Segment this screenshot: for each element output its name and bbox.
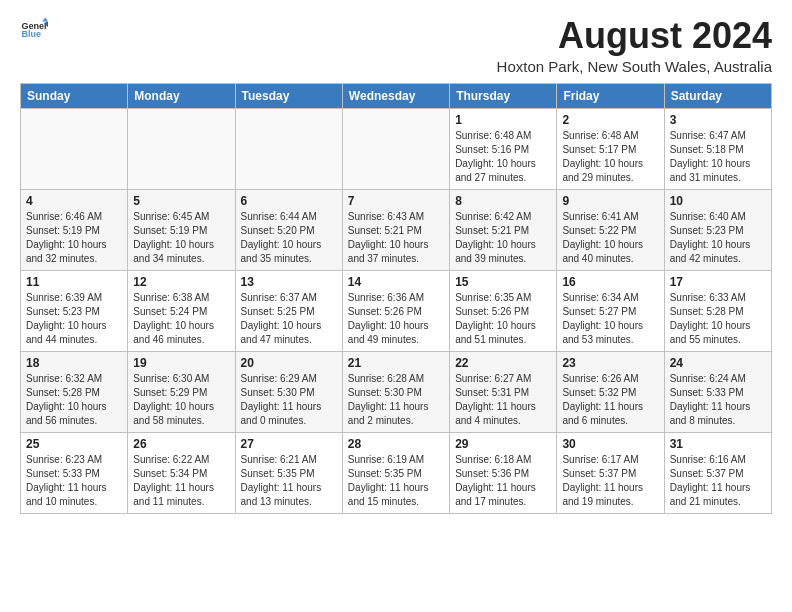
calendar-cell: 17Sunrise: 6:33 AMSunset: 5:28 PMDayligh…	[664, 270, 771, 351]
calendar-cell	[128, 108, 235, 189]
page-header: General Blue August 2024 Hoxton Park, Ne…	[20, 16, 772, 75]
day-info: Sunrise: 6:33 AMSunset: 5:28 PMDaylight:…	[670, 291, 766, 347]
day-number: 3	[670, 113, 766, 127]
day-info: Sunrise: 6:18 AMSunset: 5:36 PMDaylight:…	[455, 453, 551, 509]
calendar-cell: 15Sunrise: 6:35 AMSunset: 5:26 PMDayligh…	[450, 270, 557, 351]
calendar-cell: 26Sunrise: 6:22 AMSunset: 5:34 PMDayligh…	[128, 432, 235, 513]
day-number: 8	[455, 194, 551, 208]
day-info: Sunrise: 6:48 AMSunset: 5:17 PMDaylight:…	[562, 129, 658, 185]
day-info: Sunrise: 6:16 AMSunset: 5:37 PMDaylight:…	[670, 453, 766, 509]
day-info: Sunrise: 6:28 AMSunset: 5:30 PMDaylight:…	[348, 372, 444, 428]
calendar-cell: 2Sunrise: 6:48 AMSunset: 5:17 PMDaylight…	[557, 108, 664, 189]
calendar-week-row: 1Sunrise: 6:48 AMSunset: 5:16 PMDaylight…	[21, 108, 772, 189]
calendar-header-saturday: Saturday	[664, 83, 771, 108]
day-info: Sunrise: 6:44 AMSunset: 5:20 PMDaylight:…	[241, 210, 337, 266]
day-info: Sunrise: 6:30 AMSunset: 5:29 PMDaylight:…	[133, 372, 229, 428]
calendar-cell: 23Sunrise: 6:26 AMSunset: 5:32 PMDayligh…	[557, 351, 664, 432]
day-info: Sunrise: 6:47 AMSunset: 5:18 PMDaylight:…	[670, 129, 766, 185]
calendar-cell	[21, 108, 128, 189]
svg-marker-2	[42, 17, 48, 21]
day-info: Sunrise: 6:42 AMSunset: 5:21 PMDaylight:…	[455, 210, 551, 266]
day-number: 7	[348, 194, 444, 208]
day-info: Sunrise: 6:35 AMSunset: 5:26 PMDaylight:…	[455, 291, 551, 347]
day-number: 12	[133, 275, 229, 289]
calendar-cell: 7Sunrise: 6:43 AMSunset: 5:21 PMDaylight…	[342, 189, 449, 270]
day-info: Sunrise: 6:46 AMSunset: 5:19 PMDaylight:…	[26, 210, 122, 266]
calendar-cell: 28Sunrise: 6:19 AMSunset: 5:35 PMDayligh…	[342, 432, 449, 513]
location-subtitle: Hoxton Park, New South Wales, Australia	[497, 58, 772, 75]
calendar-week-row: 25Sunrise: 6:23 AMSunset: 5:33 PMDayligh…	[21, 432, 772, 513]
day-number: 5	[133, 194, 229, 208]
calendar-cell: 18Sunrise: 6:32 AMSunset: 5:28 PMDayligh…	[21, 351, 128, 432]
calendar-cell: 24Sunrise: 6:24 AMSunset: 5:33 PMDayligh…	[664, 351, 771, 432]
day-number: 27	[241, 437, 337, 451]
day-number: 6	[241, 194, 337, 208]
day-number: 26	[133, 437, 229, 451]
day-info: Sunrise: 6:23 AMSunset: 5:33 PMDaylight:…	[26, 453, 122, 509]
day-number: 1	[455, 113, 551, 127]
day-info: Sunrise: 6:21 AMSunset: 5:35 PMDaylight:…	[241, 453, 337, 509]
calendar-cell: 12Sunrise: 6:38 AMSunset: 5:24 PMDayligh…	[128, 270, 235, 351]
calendar-cell: 16Sunrise: 6:34 AMSunset: 5:27 PMDayligh…	[557, 270, 664, 351]
day-info: Sunrise: 6:27 AMSunset: 5:31 PMDaylight:…	[455, 372, 551, 428]
day-info: Sunrise: 6:40 AMSunset: 5:23 PMDaylight:…	[670, 210, 766, 266]
calendar-cell: 25Sunrise: 6:23 AMSunset: 5:33 PMDayligh…	[21, 432, 128, 513]
day-info: Sunrise: 6:32 AMSunset: 5:28 PMDaylight:…	[26, 372, 122, 428]
logo: General Blue	[20, 16, 48, 44]
day-info: Sunrise: 6:26 AMSunset: 5:32 PMDaylight:…	[562, 372, 658, 428]
day-number: 2	[562, 113, 658, 127]
day-number: 21	[348, 356, 444, 370]
calendar-cell: 22Sunrise: 6:27 AMSunset: 5:31 PMDayligh…	[450, 351, 557, 432]
month-year-title: August 2024	[497, 16, 772, 56]
calendar-week-row: 11Sunrise: 6:39 AMSunset: 5:23 PMDayligh…	[21, 270, 772, 351]
day-info: Sunrise: 6:48 AMSunset: 5:16 PMDaylight:…	[455, 129, 551, 185]
calendar-table: SundayMondayTuesdayWednesdayThursdayFrid…	[20, 83, 772, 514]
calendar-cell: 6Sunrise: 6:44 AMSunset: 5:20 PMDaylight…	[235, 189, 342, 270]
day-info: Sunrise: 6:39 AMSunset: 5:23 PMDaylight:…	[26, 291, 122, 347]
day-number: 10	[670, 194, 766, 208]
calendar-week-row: 4Sunrise: 6:46 AMSunset: 5:19 PMDaylight…	[21, 189, 772, 270]
day-info: Sunrise: 6:36 AMSunset: 5:26 PMDaylight:…	[348, 291, 444, 347]
calendar-cell: 3Sunrise: 6:47 AMSunset: 5:18 PMDaylight…	[664, 108, 771, 189]
day-number: 30	[562, 437, 658, 451]
calendar-cell: 21Sunrise: 6:28 AMSunset: 5:30 PMDayligh…	[342, 351, 449, 432]
calendar-cell	[235, 108, 342, 189]
day-number: 11	[26, 275, 122, 289]
day-number: 20	[241, 356, 337, 370]
calendar-cell: 10Sunrise: 6:40 AMSunset: 5:23 PMDayligh…	[664, 189, 771, 270]
calendar-header-thursday: Thursday	[450, 83, 557, 108]
title-block: August 2024 Hoxton Park, New South Wales…	[497, 16, 772, 75]
calendar-cell: 13Sunrise: 6:37 AMSunset: 5:25 PMDayligh…	[235, 270, 342, 351]
day-number: 15	[455, 275, 551, 289]
calendar-cell: 20Sunrise: 6:29 AMSunset: 5:30 PMDayligh…	[235, 351, 342, 432]
day-number: 18	[26, 356, 122, 370]
day-number: 24	[670, 356, 766, 370]
day-info: Sunrise: 6:45 AMSunset: 5:19 PMDaylight:…	[133, 210, 229, 266]
day-number: 28	[348, 437, 444, 451]
calendar-cell: 31Sunrise: 6:16 AMSunset: 5:37 PMDayligh…	[664, 432, 771, 513]
day-info: Sunrise: 6:19 AMSunset: 5:35 PMDaylight:…	[348, 453, 444, 509]
day-info: Sunrise: 6:43 AMSunset: 5:21 PMDaylight:…	[348, 210, 444, 266]
day-number: 9	[562, 194, 658, 208]
day-info: Sunrise: 6:37 AMSunset: 5:25 PMDaylight:…	[241, 291, 337, 347]
calendar-cell: 19Sunrise: 6:30 AMSunset: 5:29 PMDayligh…	[128, 351, 235, 432]
day-info: Sunrise: 6:17 AMSunset: 5:37 PMDaylight:…	[562, 453, 658, 509]
calendar-cell: 29Sunrise: 6:18 AMSunset: 5:36 PMDayligh…	[450, 432, 557, 513]
calendar-cell: 11Sunrise: 6:39 AMSunset: 5:23 PMDayligh…	[21, 270, 128, 351]
calendar-header-wednesday: Wednesday	[342, 83, 449, 108]
day-number: 4	[26, 194, 122, 208]
calendar-header-sunday: Sunday	[21, 83, 128, 108]
day-number: 17	[670, 275, 766, 289]
calendar-header-row: SundayMondayTuesdayWednesdayThursdayFrid…	[21, 83, 772, 108]
day-info: Sunrise: 6:38 AMSunset: 5:24 PMDaylight:…	[133, 291, 229, 347]
day-number: 23	[562, 356, 658, 370]
day-number: 16	[562, 275, 658, 289]
day-number: 14	[348, 275, 444, 289]
day-info: Sunrise: 6:24 AMSunset: 5:33 PMDaylight:…	[670, 372, 766, 428]
day-number: 19	[133, 356, 229, 370]
svg-text:Blue: Blue	[21, 29, 41, 39]
calendar-week-row: 18Sunrise: 6:32 AMSunset: 5:28 PMDayligh…	[21, 351, 772, 432]
day-info: Sunrise: 6:29 AMSunset: 5:30 PMDaylight:…	[241, 372, 337, 428]
day-number: 29	[455, 437, 551, 451]
calendar-cell: 8Sunrise: 6:42 AMSunset: 5:21 PMDaylight…	[450, 189, 557, 270]
